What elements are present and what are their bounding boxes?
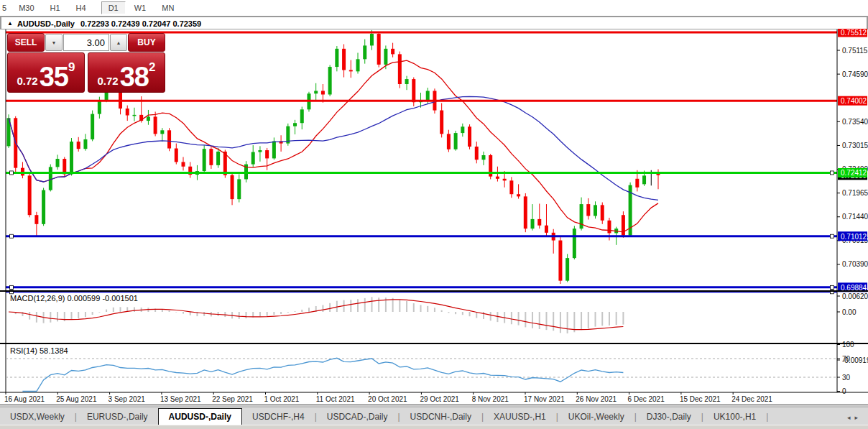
timeframe-button-5[interactable]: 5	[1, 1, 10, 14]
candle-body	[209, 149, 213, 165]
candle-body	[216, 152, 220, 165]
macd-axis-label: 0.00	[842, 308, 857, 316]
line-selection-handle[interactable]	[10, 285, 14, 289]
candle-body	[377, 34, 381, 65]
candle-body	[154, 116, 157, 134]
candle-body	[300, 109, 304, 123]
date-tick-label: 6 Dec 2021	[628, 395, 665, 403]
price-tick-label: 0.71965	[842, 189, 868, 197]
candle-body	[468, 126, 471, 147]
candle-body	[481, 155, 485, 160]
candle-body	[231, 175, 234, 199]
timeframe-toolbar: 5M30H1H4D1W1MN	[0, 0, 868, 15]
symbol-tab-dj30-daily[interactable]: DJ30-,Daily	[637, 410, 701, 425]
symbol-tab-ukoil-weekly[interactable]: UKOil-,Weekly	[558, 410, 634, 425]
rsi-axis-label: 30	[842, 374, 851, 382]
candle-body	[573, 229, 576, 258]
buy-button[interactable]: BUY	[128, 33, 165, 52]
candle-body	[293, 123, 297, 126]
symbol-tab-usdx-weekly[interactable]: USDX,Weekly	[0, 410, 75, 425]
chart-window: ▲ AUDUSD-,Daily 0.72293 0.72439 0.72047 …	[0, 16, 868, 407]
chart-title-symbol: AUDUSD-,Daily	[17, 19, 75, 28]
candle-body	[272, 141, 276, 158]
date-tick-label: 8 Nov 2021	[472, 395, 509, 403]
candle-body	[558, 241, 562, 281]
rsi-axis-label: 100	[842, 341, 854, 349]
candle-body	[126, 109, 129, 115]
symbol-tab-uk100-h1[interactable]: UK100-,H1	[703, 410, 766, 425]
symbol-tab-eurusd-daily[interactable]: EURUSD-,Daily	[77, 410, 158, 425]
candle-body	[475, 147, 479, 160]
line-selection-handle[interactable]	[831, 285, 834, 289]
candle-body	[503, 179, 507, 181]
line-price-label: 0.72412	[841, 169, 867, 177]
candle-body	[147, 116, 150, 121]
candle-body	[601, 205, 604, 220]
volume-increase-button[interactable]: ▲	[110, 34, 127, 51]
candle-body	[517, 194, 520, 196]
price-tick-label: 0.74590	[842, 70, 868, 78]
price-tick-label: 0.73540	[842, 118, 868, 126]
timeframe-button-w1[interactable]: W1	[127, 1, 154, 14]
date-tick-label: 13 Sep 2021	[160, 395, 201, 403]
line-selection-handle[interactable]	[10, 171, 14, 175]
candle-body	[545, 226, 548, 233]
tab-scroll-arrows[interactable]: ◂▸	[847, 414, 868, 421]
price-tick-label: 0.73015	[842, 142, 868, 149]
chart-title-ohlc: 0.72293 0.72439 0.72047 0.72359	[80, 19, 201, 28]
candle-body	[49, 167, 52, 190]
macd-axis-label: 0.006201	[842, 292, 868, 300]
line-selection-handle[interactable]	[831, 234, 834, 238]
bid-prefix: 0.72	[17, 73, 38, 89]
candle-body	[251, 152, 255, 165]
timeframe-button-m30[interactable]: M30	[11, 1, 41, 14]
sell-button[interactable]: SELL	[7, 33, 45, 52]
date-tick-label: 1 Oct 2021	[264, 395, 300, 403]
volume-input[interactable]	[63, 34, 109, 51]
candle-body	[258, 150, 262, 152]
symbol-tab-usdcnh-daily[interactable]: USDCNH-,Daily	[400, 410, 481, 425]
candle-body	[412, 79, 415, 102]
candle-body	[356, 59, 360, 71]
toolbar-separator	[97, 2, 98, 13]
bid-big-digits: 35	[40, 65, 68, 89]
candle-body	[42, 190, 45, 224]
candle-body	[70, 142, 73, 174]
date-tick-label: 16 Aug 2021	[4, 395, 45, 403]
ask-price-panel[interactable]: 0.72 38 2	[88, 52, 165, 93]
rsi-label: RSI(14) 58.1384	[10, 346, 68, 355]
candle-body	[175, 149, 178, 162]
candle-body	[440, 111, 443, 134]
symbol-tab-bar: USDX,Weekly|EURUSD-,DailyAUDUSD-,DailyUS…	[0, 407, 868, 425]
line-selection-handle[interactable]	[10, 234, 14, 238]
candle-body	[370, 34, 374, 45]
volume-decrease-button[interactable]: ▼	[45, 34, 63, 51]
candle-body	[98, 101, 101, 114]
candle-body	[607, 221, 611, 234]
bid-price-panel[interactable]: 0.72 35 9	[7, 52, 85, 93]
line-price-label: 0.75512	[841, 29, 867, 37]
price-tick-label: 0.75115	[842, 47, 868, 55]
date-tick-label: 29 Oct 2021	[420, 395, 459, 403]
candle-body	[314, 91, 318, 93]
candle-body	[182, 162, 185, 166]
candle-body	[349, 70, 353, 71]
one-click-trade-widget: SELL ▼ ▲ BUY 0.72 35 9 0.72 38 2	[7, 33, 167, 93]
collapse-arrow-icon[interactable]: ▲	[7, 20, 13, 27]
ask-pipette: 2	[149, 53, 155, 82]
line-price-label: 0.71012	[841, 233, 867, 241]
candle-body	[454, 133, 458, 149]
bid-pipette: 9	[68, 53, 75, 82]
timeframe-button-mn[interactable]: MN	[154, 1, 181, 14]
symbol-tab-audusd-daily[interactable]: AUDUSD-,Daily	[158, 408, 242, 425]
ask-big-digits: 38	[120, 65, 149, 89]
symbol-tab-usdcad-daily[interactable]: USDCAD-,Daily	[317, 410, 398, 425]
timeframe-button-d1[interactable]: D1	[101, 1, 126, 14]
candle-body	[363, 45, 366, 59]
date-tick-label: 22 Sep 2021	[212, 395, 253, 403]
symbol-tab-usdchf-h4[interactable]: USDCHF-,H4	[242, 410, 315, 425]
timeframe-button-h1[interactable]: H1	[43, 1, 68, 14]
line-selection-handle[interactable]	[831, 171, 834, 175]
timeframe-button-h4[interactable]: H4	[69, 1, 93, 14]
symbol-tab-xauusd-h1[interactable]: XAUUSD-,H1	[484, 410, 556, 425]
